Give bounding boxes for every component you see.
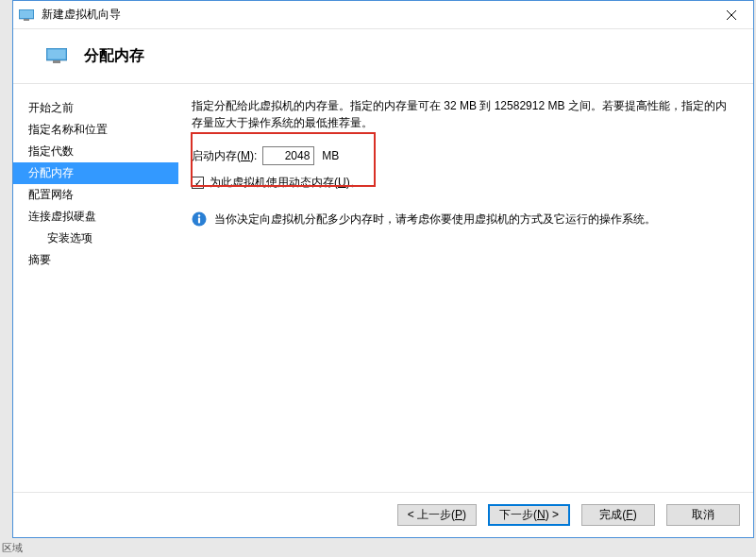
info-text: 当你决定向虚拟机分配多少内存时，请考虑你要使用虚拟机的方式及它运行的操作系统。 <box>214 211 656 228</box>
page-header: 分配内存 <box>13 29 753 83</box>
background-fragment: 区域 <box>0 539 25 557</box>
svg-rect-10 <box>198 218 200 224</box>
close-icon <box>727 10 736 20</box>
next-button[interactable]: 下一步(N) > <box>488 504 570 526</box>
startup-memory-label: 启动内存(M): <box>192 148 257 164</box>
info-icon <box>192 211 207 227</box>
sidebar-step-5[interactable]: 连接虚拟硬盘 <box>13 206 178 228</box>
dynamic-memory-checkbox[interactable]: ✓ <box>192 177 204 189</box>
content-panel: 指定分配给此虚拟机的内存量。指定的内存量可在 32 MB 到 12582912 … <box>178 84 753 492</box>
window-title: 新建虚拟机向导 <box>42 7 710 23</box>
info-row: 当你决定向虚拟机分配多少内存时，请考虑你要使用虚拟机的方式及它运行的操作系统。 <box>192 211 736 228</box>
sidebar-step-1[interactable]: 指定名称和位置 <box>13 119 178 141</box>
svg-rect-2 <box>24 19 29 21</box>
header-icon <box>46 48 67 65</box>
svg-point-9 <box>198 214 200 216</box>
wizard-steps-sidebar: 开始之前指定名称和位置指定代数分配内存配置网络连接虚拟硬盘安装选项摘要 <box>13 84 178 492</box>
dynamic-memory-row: ✓ 为此虚拟机使用动态内存(U)。 <box>192 175 736 191</box>
sidebar-step-0[interactable]: 开始之前 <box>13 97 178 119</box>
app-icon <box>19 9 34 21</box>
previous-button[interactable]: < 上一步(P) <box>397 504 477 526</box>
svg-rect-1 <box>20 10 33 18</box>
titlebar: 新建虚拟机向导 <box>13 1 753 29</box>
sidebar-step-7[interactable]: 摘要 <box>13 249 178 271</box>
cancel-button[interactable]: 取消 <box>666 504 740 526</box>
finish-button[interactable]: 完成(F) <box>581 504 655 526</box>
page-title: 分配内存 <box>84 46 144 66</box>
dynamic-memory-label: 为此虚拟机使用动态内存(U)。 <box>210 175 361 191</box>
startup-memory-row: 启动内存(M): MB <box>192 146 736 165</box>
sidebar-step-2[interactable]: 指定代数 <box>13 141 178 162</box>
description-text: 指定分配给此虚拟机的内存量。指定的内存量可在 32 MB 到 12582912 … <box>192 97 736 131</box>
startup-memory-input[interactable] <box>262 146 314 165</box>
wizard-window: 新建虚拟机向导 分配内存 开始之前指定名称和位置指定代数分配内存配置网络连接虚拟… <box>12 0 754 538</box>
sidebar-step-3[interactable]: 分配内存 <box>13 162 178 184</box>
sidebar-step-6[interactable]: 安装选项 <box>13 228 178 249</box>
svg-rect-6 <box>48 49 66 59</box>
close-button[interactable] <box>710 1 753 29</box>
button-bar: < 上一步(P) 下一步(N) > 完成(F) 取消 <box>13 492 753 537</box>
svg-rect-7 <box>53 60 60 63</box>
sidebar-step-4[interactable]: 配置网络 <box>13 184 178 206</box>
memory-unit: MB <box>322 149 339 162</box>
body: 开始之前指定名称和位置指定代数分配内存配置网络连接虚拟硬盘安装选项摘要 指定分配… <box>13 83 753 492</box>
